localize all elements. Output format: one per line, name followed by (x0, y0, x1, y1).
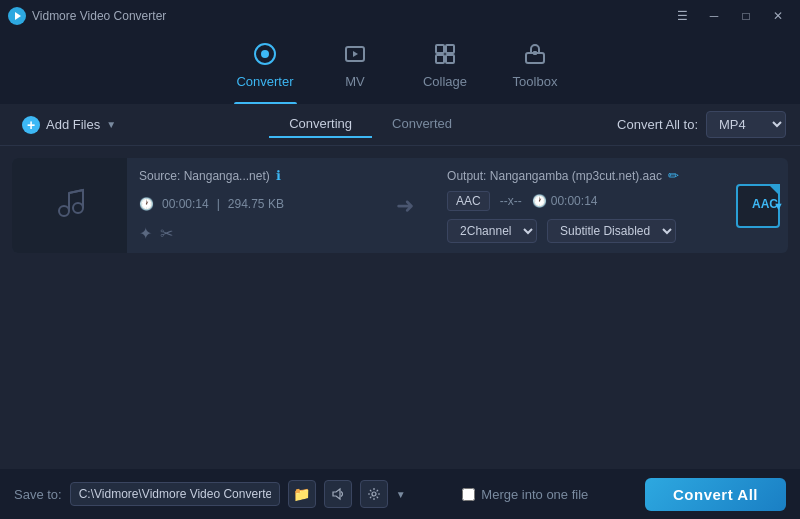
file-duration: 00:00:14 (162, 197, 209, 211)
tab-mv-label: MV (345, 74, 365, 89)
merge-checkbox-section: Merge into one file (462, 487, 588, 502)
clock-icon: 🕐 (139, 197, 154, 211)
window-controls: ☰ ─ □ ✕ (668, 6, 792, 26)
toolbar: + Add Files ▼ Converting Converted Conve… (0, 104, 800, 146)
output-title-row: Output: Nangangamba (mp3cut.net).aac ✏ (447, 168, 716, 183)
tab-mv[interactable]: MV (310, 32, 400, 104)
output-clock-icon: 🕐 (532, 194, 547, 208)
minimize-button[interactable]: ─ (700, 6, 728, 26)
svg-point-11 (59, 206, 69, 216)
svg-rect-5 (436, 45, 444, 53)
output-section: Output: Nangangamba (mp3cut.net).aac ✏ A… (435, 158, 728, 253)
output-label: Output: Nangangamba (mp3cut.net).aac (447, 169, 662, 183)
arrow-right-icon: ➜ (396, 193, 414, 219)
menu-button[interactable]: ☰ (668, 6, 696, 26)
converter-icon (253, 42, 277, 70)
save-to-label: Save to: (14, 487, 62, 502)
title-left: Vidmore Video Converter (8, 7, 166, 25)
edit-icon[interactable]: ✏ (668, 168, 679, 183)
file-info: Source: Nanganga...net) ℹ 🕐 00:00:14 | 2… (127, 158, 375, 253)
settings-button[interactable] (360, 480, 388, 508)
quality-icon: --x-- (500, 194, 522, 208)
tab-converter-label: Converter (236, 74, 293, 89)
collage-icon (433, 42, 457, 70)
codec-badge: AAC (447, 191, 490, 211)
bottom-bar: Save to: 📁 ▼ Merge into one file Convert… (0, 469, 800, 519)
mv-icon (343, 42, 367, 70)
add-files-dropdown-arrow[interactable]: ▼ (106, 119, 116, 130)
file-item: Source: Nanganga...net) ℹ 🕐 00:00:14 | 2… (12, 158, 788, 253)
svg-point-3 (261, 50, 269, 58)
svg-rect-10 (533, 51, 537, 55)
file-size: 294.75 KB (228, 197, 284, 211)
add-files-button[interactable]: + Add Files ▼ (14, 112, 124, 138)
enhance-icon[interactable]: ✦ (139, 224, 152, 243)
volume-button[interactable] (324, 480, 352, 508)
status-tabs: Converting Converted (269, 111, 472, 138)
output-duration-section: 🕐 00:00:14 (532, 194, 598, 208)
source-row: Source: Nanganga...net) ℹ (139, 168, 363, 183)
browse-folder-button[interactable]: 📁 (288, 480, 316, 508)
add-files-label: Add Files (46, 117, 100, 132)
converting-tab[interactable]: Converting (269, 111, 372, 138)
file-thumbnail (12, 158, 127, 253)
save-to-section: Save to: 📁 ▼ (14, 480, 406, 508)
source-label: Source: Nanganga...net) (139, 169, 270, 183)
converted-tab[interactable]: Converted (372, 111, 472, 138)
tab-converter[interactable]: Converter (220, 32, 310, 104)
format-icon-wrap: AAC ▼ (728, 158, 788, 253)
svg-rect-6 (446, 45, 454, 53)
add-icon: + (22, 116, 40, 134)
merge-checkbox[interactable] (462, 488, 475, 501)
app-icon (8, 7, 26, 25)
file-actions: ✦ ✂ (139, 224, 363, 243)
title-bar: Vidmore Video Converter ☰ ─ □ ✕ (0, 0, 800, 32)
tab-toolbox-label: Toolbox (513, 74, 558, 89)
convert-arrow: ➜ (375, 158, 435, 253)
nav-tabs: Converter MV Collage (0, 32, 800, 104)
svg-rect-8 (446, 55, 454, 63)
svg-rect-7 (436, 55, 444, 63)
settings-dropdown-arrow[interactable]: ▼ (396, 489, 406, 500)
meta-separator: | (217, 197, 220, 211)
cut-icon[interactable]: ✂ (160, 224, 173, 243)
main-content: Source: Nanganga...net) ℹ 🕐 00:00:14 | 2… (0, 146, 800, 469)
tab-collage-label: Collage (423, 74, 467, 89)
output-controls: AAC --x-- 🕐 00:00:14 (447, 191, 716, 211)
app-title: Vidmore Video Converter (32, 9, 166, 23)
output-duration: 00:00:14 (551, 194, 598, 208)
format-select[interactable]: MP4 AAC MP3 AVI MOV (706, 111, 786, 138)
tab-toolbox[interactable]: Toolbox (490, 32, 580, 104)
convert-all-button[interactable]: Convert All (645, 478, 786, 511)
convert-all-to-label: Convert All to: (617, 117, 698, 132)
file-meta: 🕐 00:00:14 | 294.75 KB (139, 197, 363, 211)
channel-select[interactable]: 2Channel 1Channel (447, 219, 537, 243)
maximize-button[interactable]: □ (732, 6, 760, 26)
svg-point-14 (372, 492, 376, 496)
format-dropdown-icon[interactable]: ▼ (773, 200, 784, 212)
toolbox-icon (523, 42, 547, 70)
svg-point-12 (73, 203, 83, 213)
close-button[interactable]: ✕ (764, 6, 792, 26)
output-dropdowns: 2Channel 1Channel Subtitle Disabled Subt… (447, 219, 716, 243)
tab-collage[interactable]: Collage (400, 32, 490, 104)
info-icon[interactable]: ℹ (276, 168, 281, 183)
subtitle-select[interactable]: Subtitle Disabled Subtitle Enabled (547, 219, 676, 243)
svg-line-13 (69, 190, 83, 193)
save-path-input[interactable] (70, 482, 280, 506)
music-icon (50, 181, 90, 230)
convert-all-to-section: Convert All to: MP4 AAC MP3 AVI MOV (617, 111, 786, 138)
merge-label[interactable]: Merge into one file (481, 487, 588, 502)
